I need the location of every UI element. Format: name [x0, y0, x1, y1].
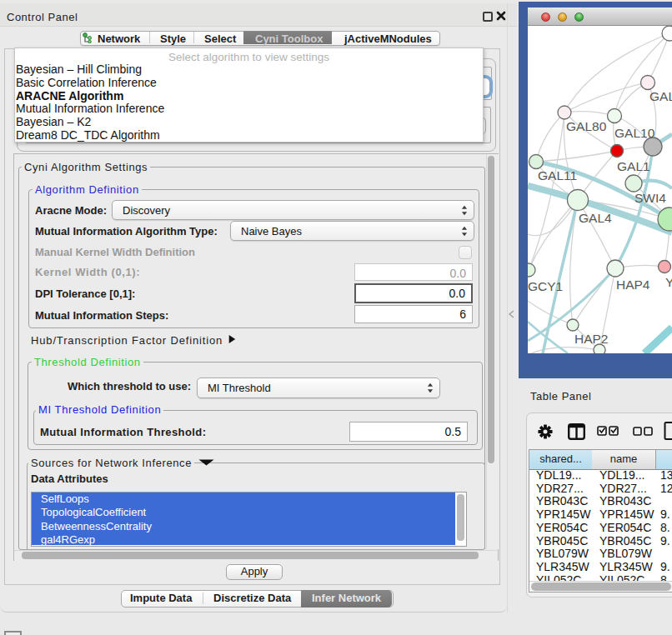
svg-text:GAL11: GAL11: [538, 168, 577, 182]
svg-text:SWI4: SWI4: [634, 191, 666, 205]
svg-text:HAP2: HAP2: [574, 332, 609, 346]
svg-text:HAP4: HAP4: [616, 278, 650, 292]
svg-text:GAL1: GAL1: [617, 159, 650, 173]
svg-text:GAL80: GAL80: [566, 119, 607, 133]
svg-text:GAL10: GAL10: [614, 126, 655, 140]
svg-text:GAL: GAL: [649, 89, 672, 103]
svg-text:Y: Y: [665, 275, 672, 289]
svg-text:GCY1: GCY1: [528, 279, 563, 293]
svg-text:GAL4: GAL4: [579, 211, 612, 225]
